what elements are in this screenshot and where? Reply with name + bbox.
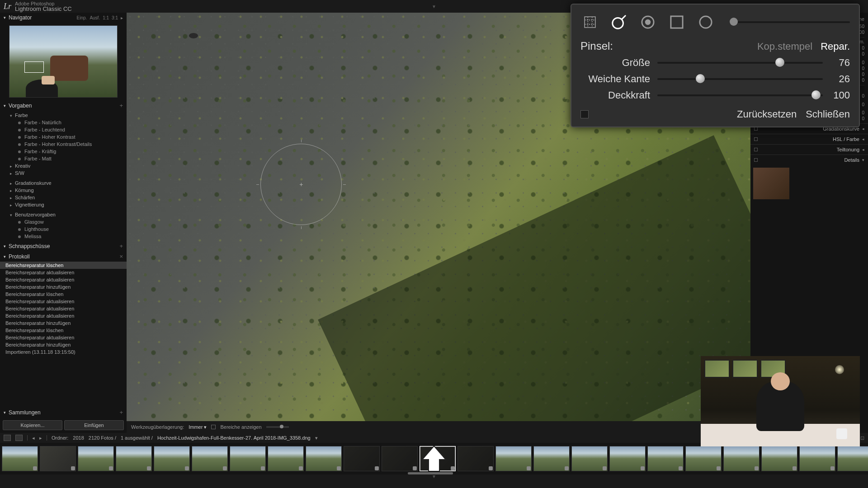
folder-value[interactable]: 2018 xyxy=(73,435,84,441)
size-value[interactable]: 76 xyxy=(823,57,850,69)
film-thumb[interactable] xyxy=(533,446,570,471)
preset-item[interactable]: Farbe - Matt xyxy=(0,155,127,162)
film-thumb[interactable] xyxy=(647,446,684,471)
chevron-down-icon[interactable]: ▼ xyxy=(0,474,868,479)
hsl-header[interactable]: HSL / Farbe◂ xyxy=(750,134,868,144)
crop-tool-icon[interactable] xyxy=(580,13,599,32)
feather-value[interactable]: 26 xyxy=(823,73,850,85)
history-header[interactable]: ▾ Protokoll × xyxy=(0,251,127,262)
history-item[interactable]: Bereichsreparatur aktualisieren xyxy=(0,276,127,283)
nav-zoom-31[interactable]: 3:1 xyxy=(112,15,118,20)
film-thumb[interactable] xyxy=(2,446,38,471)
chevron-down-icon[interactable]: ▼ xyxy=(432,4,436,9)
preset-group[interactable]: Kreativ xyxy=(0,162,127,169)
snapshots-header[interactable]: ▾ Schnappschüsse + xyxy=(0,241,127,251)
graduated-filter-icon[interactable] xyxy=(667,13,686,32)
back-icon[interactable]: ◂ xyxy=(32,435,35,441)
history-item[interactable]: Bereichsreparatur löschen xyxy=(0,262,127,269)
film-thumb[interactable] xyxy=(799,446,835,471)
nav-zoom-fill[interactable]: Ausf. xyxy=(90,15,100,20)
chevron-icon[interactable]: ▸ xyxy=(121,15,123,20)
preset-item[interactable]: Farbe - Hoher Kontrast/Details xyxy=(0,141,127,148)
presets-header[interactable]: ▾ Vorgaben + xyxy=(0,100,127,111)
film-thumb[interactable] xyxy=(837,446,868,471)
clone-mode-button[interactable]: Kop.stempel xyxy=(757,41,812,52)
heal-mode-button[interactable]: Repar. xyxy=(821,41,850,52)
film-thumb[interactable] xyxy=(723,446,760,471)
overlay-dropdown[interactable]: Immer ▾ xyxy=(189,424,207,430)
clear-icon[interactable]: × xyxy=(119,253,123,260)
collections-header[interactable]: ▾ Sammlungen + xyxy=(0,407,127,418)
copy-button[interactable]: Kopieren... xyxy=(3,420,62,430)
film-thumb[interactable] xyxy=(268,446,304,471)
preset-group[interactable]: Benutzervorgaben xyxy=(0,211,127,218)
film-thumb[interactable] xyxy=(382,446,418,471)
show-areas-checkbox[interactable] xyxy=(211,425,216,429)
split-tone-header[interactable]: Teiltonung◂ xyxy=(750,144,868,155)
preset-group[interactable]: Gradationskurve xyxy=(0,179,127,187)
history-item[interactable]: Bereichsreparatur hinzufügen xyxy=(0,319,127,327)
preset-item[interactable]: Lighthouse xyxy=(0,225,127,233)
history-item[interactable]: Bereichsreparatur aktualisieren xyxy=(0,298,127,305)
paste-button[interactable]: Einfügen xyxy=(64,420,124,430)
history-item[interactable]: Bereichsreparatur aktualisieren xyxy=(0,305,127,312)
film-thumb[interactable] xyxy=(571,446,608,471)
preset-group[interactable]: Körnung xyxy=(0,187,127,194)
size-slider[interactable] xyxy=(657,62,823,64)
chevron-down-icon[interactable]: ▾ xyxy=(315,435,318,441)
history-item[interactable]: Bereichsreparatur aktualisieren xyxy=(0,334,127,341)
opacity-value[interactable]: 100 xyxy=(823,89,850,101)
redeye-tool-icon[interactable] xyxy=(638,13,657,32)
navigator-preview[interactable] xyxy=(9,25,118,98)
film-thumb[interactable] xyxy=(761,446,797,471)
film-thumb[interactable] xyxy=(685,446,722,471)
filter-lock-icon[interactable]: ⊡ xyxy=(860,435,864,441)
preset-item[interactable]: Farbe - Leuchtend xyxy=(0,126,127,133)
detail-preview[interactable] xyxy=(753,168,789,199)
preset-group[interactable]: Schärfen xyxy=(0,194,127,201)
preset-item[interactable]: Farbe - Natürlich xyxy=(0,119,127,126)
history-item[interactable]: Bereichsreparatur löschen xyxy=(0,291,127,298)
add-icon[interactable]: + xyxy=(119,102,123,109)
film-thumb[interactable] xyxy=(458,446,494,471)
filmstrip[interactable] xyxy=(0,443,868,474)
film-thumb[interactable] xyxy=(609,446,646,471)
forward-icon[interactable]: ▸ xyxy=(39,435,42,441)
navigator-header[interactable]: ▾ Navigator Einp. Ausf. 1:1 3:1 ▸ xyxy=(0,13,127,23)
close-button[interactable]: Schließen xyxy=(806,108,850,120)
nav-zoom-11[interactable]: 1:1 xyxy=(103,15,109,20)
history-item[interactable]: Bereichsreparatur hinzufügen xyxy=(0,283,127,291)
preset-item[interactable]: Farbe - Kräftig xyxy=(0,148,127,155)
add-icon[interactable]: + xyxy=(119,409,123,416)
navigator-crop-indicator[interactable] xyxy=(24,61,44,73)
film-thumb[interactable] xyxy=(78,446,114,471)
history-item[interactable]: Bereichsreparatur aktualisieren xyxy=(0,312,127,319)
reset-button[interactable]: Zurücksetzen xyxy=(737,108,797,120)
film-thumb[interactable] xyxy=(192,446,228,471)
film-thumb[interactable] xyxy=(154,446,190,471)
preset-group[interactable]: Farbe xyxy=(0,112,127,119)
spot-removal-tool-icon[interactable] xyxy=(609,13,628,32)
history-item[interactable]: Importieren (13.11.18 13:15:50) xyxy=(0,348,127,356)
film-thumb[interactable] xyxy=(306,446,342,471)
film-thumb[interactable] xyxy=(230,446,266,471)
opacity-slider[interactable] xyxy=(657,94,823,96)
opacity-mini-slider[interactable] xyxy=(266,426,289,428)
panel-toggle-checkbox[interactable] xyxy=(580,110,589,118)
adjustment-brush-slider[interactable] xyxy=(730,21,850,23)
preset-item[interactable]: Melissa xyxy=(0,233,127,240)
preset-item[interactable]: Glasgow xyxy=(0,218,127,225)
detail-header[interactable]: Details▾ xyxy=(750,155,868,165)
history-item[interactable]: Bereichsreparatur löschen xyxy=(0,327,127,334)
history-item[interactable]: Bereichsreparatur aktualisieren xyxy=(0,269,127,276)
film-thumb[interactable] xyxy=(495,446,532,471)
film-thumb[interactable] xyxy=(116,446,152,471)
second-monitor-icon[interactable] xyxy=(15,435,23,441)
feather-slider[interactable] xyxy=(657,78,823,80)
film-thumb[interactable] xyxy=(344,446,380,471)
history-item[interactable]: Bereichsreparatur hinzufügen xyxy=(0,341,127,348)
preset-item[interactable]: Farbe - Hoher Kontrast xyxy=(0,133,127,141)
grid-view-icon[interactable] xyxy=(4,435,11,441)
radial-filter-icon[interactable] xyxy=(696,13,715,32)
preset-group[interactable]: S/W xyxy=(0,169,127,177)
